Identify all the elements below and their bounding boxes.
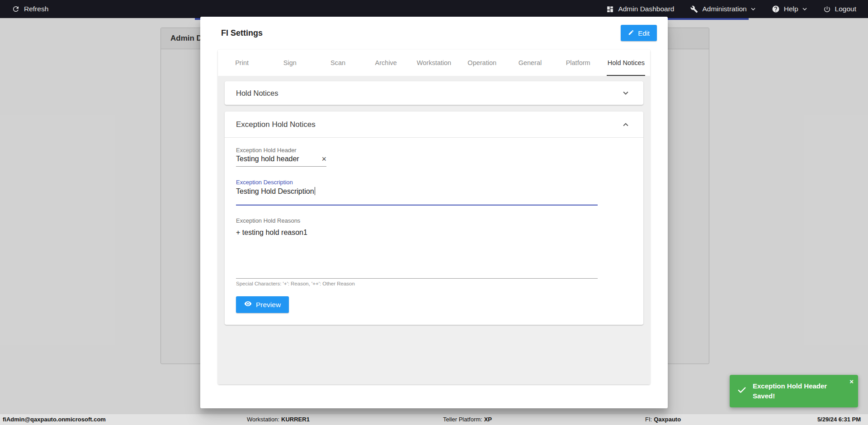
chevron-up-icon <box>621 120 631 130</box>
exception-hold-reasons-textarea[interactable]: + testing hold reason1 <box>236 225 598 279</box>
exception-hold-notices-accordion: Exception Hold Notices Exception Hold He… <box>225 112 643 325</box>
exception-hold-reasons-label: Exception Hold Reasons <box>236 217 631 224</box>
refresh-button[interactable]: Refresh <box>12 5 48 13</box>
exception-description-value: Testing Hold Description <box>236 187 314 195</box>
logout-button[interactable]: Logout <box>823 5 856 13</box>
admin-dashboard-label: Admin Dashboard <box>618 5 674 13</box>
exception-hold-header-input[interactable]: Testing hold header × <box>236 155 326 167</box>
hold-notices-accordion: Hold Notices <box>225 81 643 105</box>
active-tab-indicator <box>607 75 645 76</box>
pencil-icon <box>628 29 634 37</box>
exception-description-field: Exception Description Testing Hold Descr… <box>236 179 631 205</box>
preview-label: Preview <box>256 301 281 309</box>
exception-description-input[interactable]: Testing Hold Description <box>236 187 631 196</box>
admin-dashboard-button[interactable]: Admin Dashboard <box>606 5 674 13</box>
tab-scan[interactable]: Scan <box>314 50 362 76</box>
logged-in-user: fiAdmin@qaxpauto.onmicrosoft.com <box>3 414 106 425</box>
topbar: Refresh Admin Dashboard Administration H… <box>0 0 868 18</box>
toast-message: Exception Hold Header Saved! <box>753 381 841 401</box>
check-icon <box>737 385 747 397</box>
teller-platform-value: XP <box>484 416 492 423</box>
exception-hold-header-value: Testing hold header <box>236 155 299 163</box>
exception-description-label: Exception Description <box>236 179 631 186</box>
help-label: Help <box>784 5 798 13</box>
tab-hold-notices-label: Hold Notices <box>608 59 645 66</box>
dialog-header: FI Settings Edit <box>200 17 668 49</box>
logout-label: Logout <box>835 5 856 13</box>
toast-close-icon[interactable]: × <box>849 378 854 385</box>
tab-general[interactable]: General <box>506 50 554 76</box>
tab-print[interactable]: Print <box>218 50 266 76</box>
workstation-status: Workstation:KURRER1 <box>247 414 310 425</box>
teller-platform-label: Teller Platform: <box>443 416 482 423</box>
tab-operation[interactable]: Operation <box>458 50 506 76</box>
hold-notices-accordion-title: Hold Notices <box>236 89 278 98</box>
edit-label: Edit <box>638 29 650 37</box>
chevron-down-icon <box>621 88 631 98</box>
administration-menu[interactable]: Administration <box>690 5 755 13</box>
workstation-value: KURRER1 <box>281 416 310 423</box>
teller-platform-status: Teller Platform:XP <box>443 414 492 425</box>
workstation-label: Workstation: <box>247 416 279 423</box>
refresh-icon <box>12 5 20 13</box>
tab-archive[interactable]: Archive <box>362 50 410 76</box>
clear-icon[interactable]: × <box>321 155 326 163</box>
help-icon <box>772 5 780 13</box>
fi-label: FI: <box>645 416 652 423</box>
tab-bar: Print Sign Scan Archive Workstation Oper… <box>218 50 650 76</box>
fi-status: FI:Qaxpauto <box>645 414 681 425</box>
toast-notification: Exception Hold Header Saved! × <box>730 375 858 407</box>
fi-value: Qaxpauto <box>654 416 681 423</box>
edit-button[interactable]: Edit <box>621 25 657 41</box>
focused-input-underline <box>236 205 598 205</box>
exception-accordion-title: Exception Hold Notices <box>236 120 316 129</box>
exception-hold-header-label: Exception Hold Header <box>236 147 631 154</box>
eye-icon <box>244 300 252 309</box>
settings-tab-card: Print Sign Scan Archive Workstation Oper… <box>218 50 650 384</box>
administration-label: Administration <box>702 5 746 13</box>
dashboard-grid-icon <box>606 5 614 13</box>
preview-button[interactable]: Preview <box>236 296 289 313</box>
power-icon <box>823 5 831 13</box>
text-cursor <box>315 187 316 195</box>
status-bar: fiAdmin@qaxpauto.onmicrosoft.com Worksta… <box>0 414 868 425</box>
hold-notices-panel: Hold Notices Exception Hold Notices Exce… <box>218 76 650 384</box>
exception-accordion-header[interactable]: Exception Hold Notices <box>225 112 643 138</box>
tab-hold-notices[interactable]: Hold Notices <box>602 50 650 76</box>
datetime: 5/29/24 6:31 PM <box>817 414 861 425</box>
tab-workstation[interactable]: Workstation <box>410 50 458 76</box>
wrench-icon <box>690 5 698 13</box>
help-menu[interactable]: Help <box>772 5 807 13</box>
special-characters-hint: Special Characters: '+': Reason, '++': O… <box>236 281 631 286</box>
dialog-title: FI Settings <box>221 28 263 38</box>
fi-settings-dialog: FI Settings Edit Print Sign Scan Archive… <box>200 17 668 408</box>
exception-hold-reasons-field: Exception Hold Reasons + testing hold re… <box>236 217 631 286</box>
tab-sign[interactable]: Sign <box>266 50 314 76</box>
chevron-down-icon <box>802 8 807 10</box>
chevron-down-icon <box>751 8 755 10</box>
tab-platform[interactable]: Platform <box>554 50 602 76</box>
exception-accordion-content: Exception Hold Header Testing hold heade… <box>225 138 643 325</box>
hold-notices-accordion-header[interactable]: Hold Notices <box>225 81 643 105</box>
refresh-label: Refresh <box>24 5 48 13</box>
